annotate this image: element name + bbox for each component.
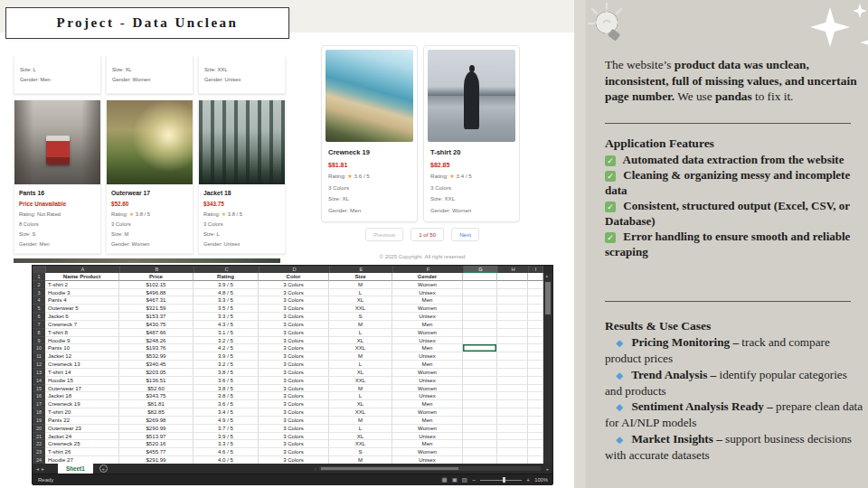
table-row[interactable]: 16Jacket 18$343.753.8 / 53 ColorsLUnisex	[33, 392, 543, 400]
row-number[interactable]: 9	[33, 337, 45, 345]
pagination-previous-button[interactable]: Previous	[365, 228, 403, 241]
cell: XL	[329, 433, 392, 441]
table-row[interactable]: 23T-shirt 26$455.774.6 / 53 ColorsSWomen	[33, 448, 543, 456]
row-number[interactable]: 5	[33, 305, 45, 313]
table-row[interactable]: 5Outerwear 5$321.593.5 / 53 ColorsXXLWom…	[33, 305, 543, 313]
table-row[interactable]: 21Jacket 24$513.973.9 / 53 ColorsXLUnise…	[33, 433, 543, 441]
product-card[interactable]: Crewneck 19$81.81Rating: ★ 3.6 / 53 Colo…	[321, 45, 418, 222]
row-number[interactable]: 17	[33, 400, 45, 408]
row-number[interactable]: 19	[33, 417, 45, 425]
row-number[interactable]: 15	[33, 385, 45, 393]
row-number[interactable]: 8	[33, 329, 45, 337]
table-row[interactable]: 20Outerwear 23$290.993.7 / 53 ColorsLWom…	[33, 425, 543, 433]
cell: $248.26	[119, 337, 193, 345]
table-row[interactable]: 4Pants 4$467.313.3 / 53 ColorsXLMen	[33, 296, 543, 305]
table-row[interactable]: 3Hoodie 3$496.884.8 / 53 ColorsLUnisex	[33, 289, 543, 297]
selected-cell[interactable]	[463, 344, 497, 352]
product-card[interactable]: Outerwear 17$52.60Rating: ★ 3.8 / 53 Col…	[106, 99, 193, 254]
column-header-cell: Gender	[392, 273, 463, 281]
vertical-scrollbar[interactable]	[543, 273, 552, 464]
row-number[interactable]: 4	[33, 296, 45, 305]
product-card[interactable]: Jacket 18$343.75Rating: ★ 3.8 / 53 Color…	[198, 99, 286, 254]
normal-view-icon[interactable]: ▦	[442, 476, 448, 483]
table-row[interactable]: 15Outerwear 17$52.603.8 / 53 ColorsMWome…	[33, 385, 543, 393]
scroll-right-icon[interactable]: ▸	[546, 466, 549, 472]
cell: 3 Colors	[259, 417, 329, 425]
page-break-view-icon[interactable]: ▨	[462, 476, 467, 483]
zoom-level[interactable]: 100%	[534, 477, 548, 483]
product-card[interactable]: Pants 16Price UnavailableRating: Not Rat…	[14, 99, 101, 254]
sheet-tab[interactable]: Sheet1	[58, 464, 93, 474]
table-row[interactable]: 12Crewneck 13$340.453.2 / 53 ColorsLMen	[33, 361, 543, 369]
row-number[interactable]: 16	[33, 392, 45, 400]
product-card-partial[interactable]: Size: LGender: Men	[14, 56, 101, 94]
zoom-slider[interactable]	[480, 480, 522, 481]
horizontal-scrollbar[interactable]	[319, 466, 541, 471]
page-layout-view-icon[interactable]: ▣	[452, 476, 458, 483]
table-row[interactable]: 13T-shirt 14$203.053.8 / 53 ColorsXLWome…	[33, 369, 543, 377]
row-number[interactable]: 18	[33, 408, 45, 417]
table-row[interactable]: 17Crewneck 19$81.813.6 / 53 ColorsXLMen	[33, 400, 543, 408]
cell: 3 Colors	[259, 313, 329, 321]
product-gender: Gender: Men	[19, 241, 96, 247]
row-number[interactable]: 6	[33, 313, 45, 321]
table-row[interactable]: 24Hoodie 27$291.994.0 / 53 ColorsMUnisex	[33, 456, 543, 464]
row-number[interactable]: 7	[33, 321, 45, 329]
tab-splitter-icon[interactable]: ⁞	[315, 466, 316, 472]
column-header-C[interactable]: C	[194, 266, 259, 273]
table-row[interactable]: 19Pants 22$269.984.9 / 53 ColorsMMen	[33, 417, 543, 425]
row-number[interactable]: 1	[33, 273, 45, 281]
pagination-next-button[interactable]: Next	[451, 228, 479, 241]
cell: $496.88	[119, 289, 193, 297]
row-number[interactable]: 24	[33, 456, 45, 464]
row-number[interactable]: 23	[33, 448, 45, 456]
column-header-D[interactable]: D	[259, 266, 330, 273]
table-row[interactable]: 9Hoodie 9$248.263.2 / 53 ColorsXLUnisex	[33, 337, 543, 345]
table-row[interactable]: 10Pants 10$193.764.2 / 53 ColorsXXLMen	[33, 344, 543, 352]
row-number[interactable]: 14	[33, 377, 45, 385]
cell: 3.8 / 5	[193, 385, 259, 393]
row-number[interactable]: 21	[33, 433, 45, 441]
table-row[interactable]: 8T-shirt 8$487.663.1 / 53 ColorsLWomen	[33, 329, 543, 337]
product-card-partial[interactable]: Size: XLGender: Women	[106, 56, 193, 94]
column-header-I[interactable]: I	[529, 266, 543, 273]
pagination-status: 1 of 50	[410, 228, 444, 241]
sheet-nav-arrows-icon[interactable]: ◂▸	[36, 465, 47, 472]
row-number[interactable]: 20	[33, 425, 45, 433]
table-row[interactable]: 11Jacket 12$532.993.9 / 53 ColorsMUnisex	[33, 352, 543, 361]
add-sheet-button[interactable]: +	[99, 465, 108, 473]
row-number[interactable]: 12	[33, 361, 45, 369]
cell	[528, 361, 543, 369]
use-cases-list: ◆ Pricing Monitoring – track and compare…	[605, 334, 863, 463]
product-card-partial[interactable]: Size: XXLGender: Unisex	[198, 56, 286, 94]
column-header-E[interactable]: E	[330, 266, 393, 273]
row-number[interactable]: 22	[33, 440, 45, 448]
table-row[interactable]: 7Crewneck 7$430.754.3 / 53 ColorsMMen	[33, 321, 543, 329]
zoom-in-icon[interactable]: +	[526, 477, 530, 483]
column-header-G[interactable]: G	[464, 266, 498, 273]
sheet-grid: 1Name ProductPriceRatingColorSizeGender2…	[33, 273, 543, 464]
product-card[interactable]: T-shirt 20$82.85Rating: ★ 3.4 / 53 Color…	[423, 45, 520, 222]
cell: 3.6 / 5	[193, 400, 259, 408]
column-header-F[interactable]: F	[393, 266, 464, 273]
cell	[528, 289, 543, 297]
column-header-H[interactable]: H	[498, 266, 529, 273]
table-row[interactable]: 2T-shirt 2$102.153.9 / 53 ColorsMWomen	[33, 281, 543, 289]
row-number[interactable]: 13	[33, 369, 45, 377]
table-row[interactable]: 6Jacket 6$153.373.3 / 53 ColorsSUnisex	[33, 313, 543, 321]
column-header-B[interactable]: B	[120, 266, 194, 273]
table-row[interactable]: 14Hoodie 15$136.513.6 / 53 ColorsXXLUnis…	[33, 377, 543, 385]
row-number[interactable]: 11	[33, 352, 45, 361]
table-row[interactable]: 18T-shirt 20$82.853.4 / 53 ColorsXXLWome…	[33, 408, 543, 417]
row-number[interactable]: 10	[33, 344, 45, 352]
cell	[463, 321, 497, 329]
row-number[interactable]: 3	[33, 289, 45, 297]
table-row[interactable]: 22Crewneck 25$520.163.3 / 53 ColorsXXLMe…	[33, 440, 543, 448]
zoom-out-icon[interactable]: −	[472, 477, 476, 483]
select-all-corner[interactable]	[33, 266, 46, 273]
cell	[463, 377, 497, 385]
cell	[463, 417, 497, 425]
column-header-A[interactable]: A	[46, 266, 120, 273]
rating-value: 3.8 / 5	[228, 211, 242, 217]
row-number[interactable]: 2	[33, 281, 45, 289]
